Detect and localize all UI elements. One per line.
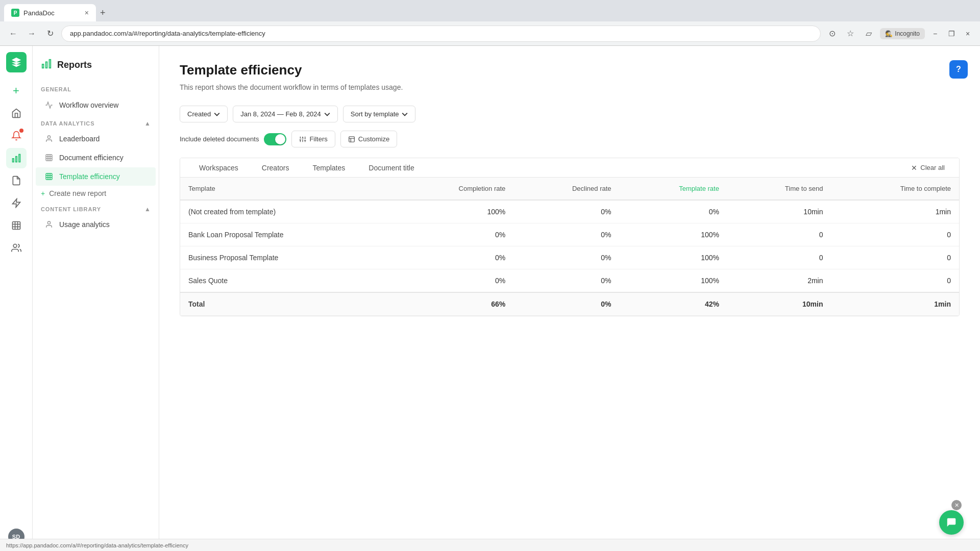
cell-time-send-0: 10min xyxy=(727,200,831,223)
bookmark-btn[interactable]: ☆ xyxy=(843,27,857,41)
col-header-completion-rate[interactable]: Completion rate xyxy=(393,178,513,200)
split-view-btn[interactable]: ▱ xyxy=(862,27,876,41)
tab-document-title[interactable]: Document title xyxy=(358,158,425,177)
leaderboard-icon xyxy=(44,134,54,144)
cell-declined-1: 0% xyxy=(513,223,619,246)
cell-completion-3: 0% xyxy=(393,269,513,293)
svg-point-9 xyxy=(47,136,50,138)
chat-widget-btn[interactable] xyxy=(939,510,964,535)
back-btn[interactable]: ← xyxy=(6,27,20,41)
col-header-template[interactable]: Template xyxy=(180,178,393,200)
page-description: This report shows the document workflow … xyxy=(180,83,960,91)
users-icon-btn[interactable] xyxy=(6,238,27,258)
clear-all-btn[interactable]: ✕ Clear all xyxy=(905,160,951,176)
window-close-btn[interactable]: × xyxy=(962,28,974,40)
tab-workspaces[interactable]: Workspaces xyxy=(188,158,249,177)
created-filter-btn[interactable]: Created xyxy=(180,106,228,122)
nav-header: Reports xyxy=(33,54,159,80)
include-deleted-toggle[interactable] xyxy=(264,133,286,145)
cell-template-rate-2: 100% xyxy=(620,246,727,269)
tab-title: PandaDoc xyxy=(23,9,55,17)
filters-btn[interactable]: Filters xyxy=(291,131,335,147)
window-minimize-btn[interactable]: − xyxy=(929,28,941,40)
sort-by-btn[interactable]: Sort by template xyxy=(343,106,416,122)
section-label-content-library: CONTENT LIBRARY xyxy=(41,206,101,212)
cell-completion-0: 100% xyxy=(393,200,513,223)
tab-creators[interactable]: Creators xyxy=(251,158,300,177)
cell-total-time-send: 10min xyxy=(727,292,831,316)
reload-btn[interactable]: ↻ xyxy=(43,27,57,41)
chat-close-btn[interactable]: ✕ xyxy=(951,500,962,510)
left-nav: Reports GENERAL Workflow overview DATA A… xyxy=(33,46,159,551)
nav-item-document-efficiency[interactable]: Document efficiency xyxy=(36,148,156,167)
document-efficiency-icon xyxy=(44,153,54,163)
col-header-template-rate[interactable]: Template rate xyxy=(620,178,727,200)
home-icon-btn[interactable] xyxy=(6,103,27,123)
col-header-declined-rate[interactable]: Declined rate xyxy=(513,178,619,200)
filters-row: Created Jan 8, 2024 — Feb 8, 2024 Sort b… xyxy=(180,106,960,122)
svg-rect-8 xyxy=(42,64,44,68)
page-title: Template efficiency xyxy=(180,62,960,78)
data-table: Template Completion rate Declined rate T… xyxy=(180,178,959,316)
date-range-btn[interactable]: Jan 8, 2024 — Feb 8, 2024 xyxy=(233,106,338,122)
document-icon-btn[interactable] xyxy=(6,170,27,191)
nav-item-template-efficiency[interactable]: Template efficiency xyxy=(36,167,156,186)
icon-sidebar: + SD xyxy=(0,46,33,551)
browser-tab[interactable]: P PandaDoc × xyxy=(4,4,96,21)
create-report-plus-icon: + xyxy=(41,189,45,197)
svg-rect-11 xyxy=(46,173,52,180)
table-container: Workspaces Creators Templates Document t… xyxy=(180,158,960,316)
col-header-time-to-send[interactable]: Time to send xyxy=(727,178,831,200)
reports-icon-btn[interactable] xyxy=(6,148,27,168)
svg-rect-22 xyxy=(349,136,355,142)
toggle-knob xyxy=(275,134,285,144)
cell-template-3: Sales Quote xyxy=(180,269,393,293)
table-icon-btn[interactable] xyxy=(6,215,27,236)
cell-total-label: Total xyxy=(180,292,393,316)
cell-template-0: (Not created from template) xyxy=(180,200,393,223)
lightning-icon-btn[interactable] xyxy=(6,193,27,213)
incognito-indicator: 🕵 Incognito xyxy=(880,28,925,39)
forward-btn[interactable]: → xyxy=(24,27,39,41)
svg-rect-7 xyxy=(46,62,47,68)
svg-point-5 xyxy=(13,244,17,248)
cell-completion-2: 0% xyxy=(393,246,513,269)
nav-header-icon xyxy=(41,58,52,72)
data-analytics-toggle[interactable]: ▲ xyxy=(144,120,151,127)
address-bar[interactable] xyxy=(61,26,821,42)
create-new-report-btn[interactable]: + Create new report xyxy=(33,186,159,201)
reader-mode-btn[interactable]: ⊙ xyxy=(825,27,839,41)
cell-template-rate-0: 0% xyxy=(620,200,727,223)
table-row: Business Proposal Template 0% 0% 100% 0 … xyxy=(180,246,959,269)
nav-item-leaderboard[interactable]: Leaderboard xyxy=(36,130,156,148)
section-label-data-analytics: DATA ANALYTICS xyxy=(41,120,94,127)
cell-template-rate-1: 100% xyxy=(620,223,727,246)
cell-template-2: Business Proposal Template xyxy=(180,246,393,269)
svg-point-12 xyxy=(47,221,50,224)
svg-rect-4 xyxy=(12,222,20,230)
section-header-content-library: CONTENT LIBRARY ▲ xyxy=(33,201,159,215)
main-content: ⋮ Template efficiency This report shows … xyxy=(159,46,980,551)
nav-item-usage-analytics[interactable]: Usage analytics xyxy=(36,215,156,234)
svg-rect-0 xyxy=(19,155,20,162)
tab-templates[interactable]: Templates xyxy=(302,158,356,177)
usage-analytics-icon xyxy=(44,219,54,230)
col-header-time-to-complete[interactable]: Time to complete xyxy=(831,178,960,200)
window-maximize-btn[interactable]: ❐ xyxy=(945,28,958,40)
notification-dot xyxy=(19,129,23,133)
cell-time-complete-0: 1min xyxy=(831,200,960,223)
cell-total-completion: 66% xyxy=(393,292,513,316)
new-tab-btn[interactable]: + xyxy=(96,6,110,20)
app-logo[interactable] xyxy=(6,52,27,72)
svg-rect-10 xyxy=(46,155,52,161)
include-deleted-label: Include deleted documents xyxy=(180,135,259,143)
svg-rect-6 xyxy=(50,60,51,68)
nav-item-workflow-overview[interactable]: Workflow overview xyxy=(36,96,156,114)
notification-icon-btn[interactable] xyxy=(6,126,27,146)
svg-rect-2 xyxy=(12,159,14,162)
tab-close-btn[interactable]: × xyxy=(85,9,89,17)
content-library-toggle[interactable]: ▲ xyxy=(144,206,151,213)
customize-btn[interactable]: Customize xyxy=(340,131,397,147)
add-btn[interactable]: + xyxy=(6,81,27,101)
help-btn[interactable]: ? xyxy=(949,60,968,79)
